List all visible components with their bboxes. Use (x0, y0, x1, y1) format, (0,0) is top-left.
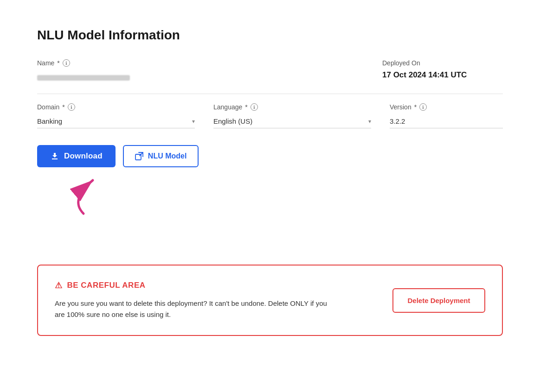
page-title: NLU Model Information (37, 28, 503, 43)
action-area: Download NLU Model (37, 145, 503, 218)
language-chevron-icon: ▾ (368, 118, 371, 125)
version-info-icon[interactable]: ℹ (419, 103, 427, 111)
domain-field-group: Domain * ℹ Banking ▾ (37, 103, 195, 128)
download-button[interactable]: Download (37, 145, 116, 167)
name-deployed-row: Name * ℹ Deployed On 17 Oct 2024 14:41 U… (37, 59, 503, 81)
danger-title: ⚠ BE CAREFUL AREA (55, 280, 333, 291)
name-label: Name * ℹ (37, 59, 364, 67)
deployed-on-label: Deployed On (382, 59, 503, 67)
divider-1 (37, 94, 503, 94)
language-label: Language * ℹ (213, 103, 371, 111)
pink-arrow (56, 172, 111, 218)
version-label: Version * ℹ (390, 103, 503, 111)
version-field-group: Version * ℹ 3.2.2 (390, 103, 503, 128)
domain-language-version-row: Domain * ℹ Banking ▾ Language * ℹ Englis… (37, 103, 503, 128)
arrow-annotation-container (37, 167, 503, 218)
danger-section: ⚠ BE CAREFUL AREA Are you sure you want … (37, 265, 503, 336)
external-link-icon (135, 152, 143, 160)
language-field-group: Language * ℹ English (US) ▾ (213, 103, 371, 128)
language-info-icon[interactable]: ℹ (251, 103, 258, 111)
domain-select[interactable]: Banking ▾ (37, 114, 195, 128)
domain-value: Banking (37, 117, 192, 125)
language-select[interactable]: English (US) ▾ (213, 114, 371, 128)
danger-description: Are you sure you want to delete this dep… (55, 298, 333, 320)
domain-label: Domain * ℹ (37, 103, 195, 111)
deployed-on-group: Deployed On 17 Oct 2024 14:41 UTC (382, 59, 503, 80)
name-field-group: Name * ℹ (37, 59, 364, 81)
deployed-on-value: 17 Oct 2024 14:41 UTC (382, 70, 503, 80)
name-info-icon[interactable]: ℹ (63, 59, 70, 67)
nlu-model-button[interactable]: NLU Model (123, 145, 199, 167)
download-icon (50, 152, 59, 161)
warning-icon: ⚠ (55, 280, 63, 291)
name-input[interactable] (37, 75, 130, 81)
version-value: 3.2.2 (390, 114, 503, 128)
language-value: English (US) (213, 117, 368, 125)
nlu-model-form: Name * ℹ Deployed On 17 Oct 2024 14:41 U… (37, 59, 503, 218)
action-row: Download NLU Model (37, 145, 503, 167)
domain-chevron-icon: ▾ (192, 118, 195, 125)
danger-content: ⚠ BE CAREFUL AREA Are you sure you want … (55, 280, 333, 320)
delete-deployment-button[interactable]: Delete Deployment (392, 288, 485, 313)
domain-info-icon[interactable]: ℹ (68, 103, 75, 111)
